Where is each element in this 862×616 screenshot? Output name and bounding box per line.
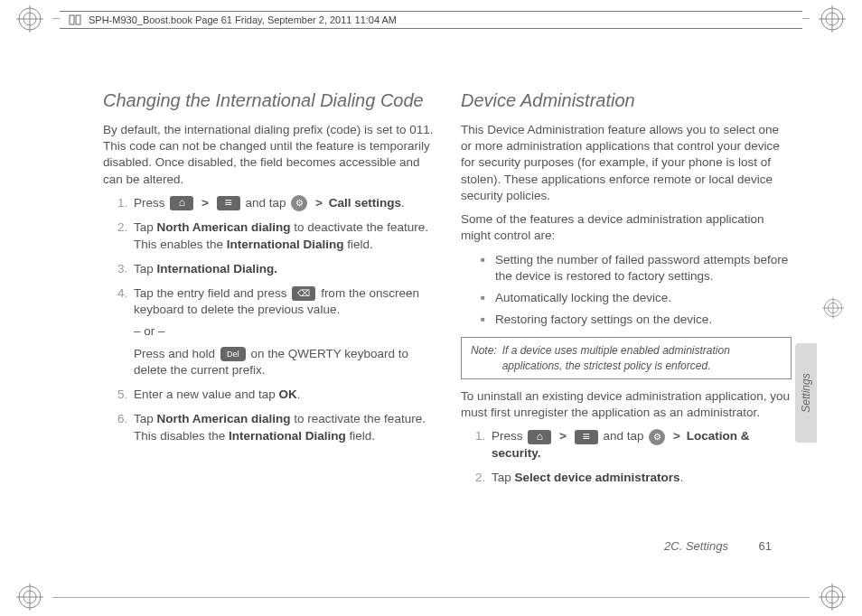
document-header: SPH-M930_Boost.book Page 61 Friday, Sept… (60, 11, 802, 29)
svg-point-0 (19, 8, 41, 30)
step-6: 6. Tap North American dialing to reactiv… (119, 411, 434, 443)
step-5: 5. Enter a new value and tap OK. (119, 387, 434, 403)
note-text: If a device uses multiple enabled admini… (502, 343, 782, 372)
svg-point-12 (821, 586, 843, 608)
settings-gear-icon (291, 195, 307, 211)
right-step-2: 2. Tap Select device administrators. (477, 470, 792, 486)
home-key-icon (528, 430, 551, 444)
backspace-key-icon (292, 286, 315, 301)
svg-rect-21 (76, 15, 80, 24)
registration-mark-icon (819, 5, 846, 33)
bullet-item: Setting the number of failed password at… (486, 252, 792, 285)
registration-mark-icon (16, 583, 43, 611)
footer-section: 2C. Settings (664, 539, 728, 553)
section-title-dialing: Changing the International Dialing Code (103, 89, 434, 113)
steps-list: 1. Press > and tap > Call settings. 2. T… (103, 195, 434, 444)
svg-point-9 (23, 591, 36, 603)
right-column: Device Administration This Device Admini… (461, 89, 792, 553)
step-3: 3. Tap International Dialing. (119, 261, 434, 277)
book-icon (69, 14, 81, 26)
registration-mark-icon (16, 5, 43, 33)
or-separator: – or – (134, 323, 434, 340)
left-column: Changing the International Dialing Code … (103, 89, 434, 553)
device-admin-intro2: Some of the features a device administra… (461, 211, 792, 244)
right-step-1: 1. Press > and tap > Location & security… (477, 428, 792, 462)
features-list: Setting the number of failed password at… (461, 252, 792, 329)
section-tab-label: Settings (800, 373, 812, 412)
svg-point-17 (828, 303, 838, 313)
svg-point-16 (824, 299, 841, 316)
menu-key-icon (575, 430, 598, 444)
svg-point-4 (821, 8, 843, 30)
svg-point-5 (826, 13, 839, 25)
bullet-item: Restoring factory settings on the device… (486, 312, 792, 328)
del-key-icon (220, 347, 246, 361)
step-1: 1. Press > and tap > Call settings. (119, 195, 434, 211)
section-tab: Settings (795, 343, 817, 443)
page-footer: 2C. Settings 61 (664, 539, 772, 553)
menu-key-icon (217, 196, 240, 210)
note-box: Note: If a device uses multiple enabled … (461, 337, 792, 378)
right-steps-list: 1. Press > and tap > Location & security… (461, 428, 792, 486)
registration-mark-icon (819, 583, 846, 611)
svg-point-8 (19, 586, 41, 608)
step-2: 2. Tap North American dialing to deactiv… (119, 219, 434, 252)
step-4: 4. Tap the entry field and press from th… (119, 285, 434, 378)
header-text: SPH-M930_Boost.book Page 61 Friday, Sept… (89, 14, 397, 25)
device-admin-intro: This Device Administration feature allow… (461, 122, 792, 204)
note-label: Note: (471, 343, 497, 372)
svg-rect-20 (70, 15, 74, 24)
page-number: 61 (759, 539, 772, 553)
svg-point-1 (23, 13, 36, 25)
section-title-device-admin: Device Administration (461, 89, 792, 113)
settings-gear-icon (649, 429, 665, 445)
registration-mark-icon (822, 297, 844, 319)
svg-point-13 (826, 591, 839, 603)
intro-paragraph: By default, the international dialing pr… (103, 122, 434, 188)
bullet-item: Automatically locking the device. (486, 290, 792, 306)
page-body: Changing the International Dialing Code … (103, 89, 792, 553)
home-key-icon (170, 196, 193, 210)
uninstall-paragraph: To uninstall an existing device administ… (461, 388, 792, 421)
